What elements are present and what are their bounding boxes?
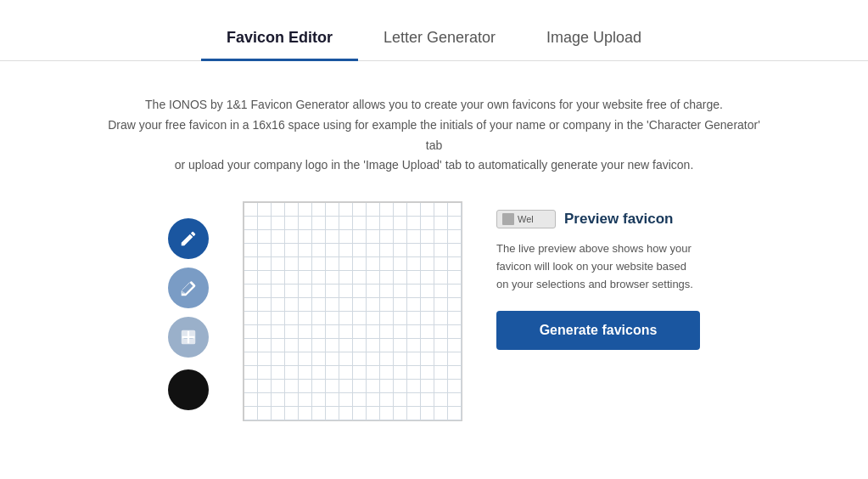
- pixel-cell[interactable]: [244, 352, 258, 366]
- pixel-cell[interactable]: [434, 203, 448, 217]
- pixel-cell[interactable]: [258, 339, 272, 352]
- pixel-cell[interactable]: [380, 393, 394, 407]
- pixel-cell[interactable]: [448, 257, 462, 271]
- pixel-cell[interactable]: [244, 285, 258, 298]
- pixel-cell[interactable]: [339, 271, 353, 285]
- pixel-cell[interactable]: [258, 285, 272, 298]
- pixel-cell[interactable]: [312, 257, 326, 271]
- pixel-cell[interactable]: [272, 203, 285, 217]
- pixel-cell[interactable]: [244, 217, 258, 230]
- pixel-cell[interactable]: [258, 352, 272, 366]
- pixel-cell[interactable]: [285, 257, 299, 271]
- pixel-cell[interactable]: [380, 271, 394, 285]
- pixel-cell[interactable]: [367, 339, 380, 352]
- pixel-cell[interactable]: [285, 407, 299, 420]
- pixel-cell[interactable]: [421, 244, 434, 257]
- color-picker-button[interactable]: [168, 369, 209, 410]
- pixel-cell[interactable]: [326, 298, 339, 312]
- pixel-cell[interactable]: [272, 393, 285, 407]
- pixel-cell[interactable]: [326, 217, 339, 230]
- pixel-cell[interactable]: [299, 339, 312, 352]
- pixel-cell[interactable]: [258, 298, 272, 312]
- pixel-cell[interactable]: [367, 380, 380, 393]
- pixel-cell[interactable]: [367, 217, 380, 230]
- pixel-cell[interactable]: [380, 217, 394, 230]
- pixel-cell[interactable]: [421, 203, 434, 217]
- pixel-cell[interactable]: [244, 271, 258, 285]
- pixel-cell[interactable]: [407, 393, 421, 407]
- pixel-cell[interactable]: [353, 312, 367, 325]
- pixel-cell[interactable]: [434, 380, 448, 393]
- line-tool-button[interactable]: [168, 317, 209, 358]
- pixel-cell[interactable]: [244, 203, 258, 217]
- pixel-cell[interactable]: [258, 257, 272, 271]
- pixel-cell[interactable]: [448, 407, 462, 420]
- pixel-cell[interactable]: [380, 339, 394, 352]
- pixel-cell[interactable]: [339, 352, 353, 366]
- pixel-cell[interactable]: [380, 380, 394, 393]
- pixel-cell[interactable]: [448, 393, 462, 407]
- pixel-cell[interactable]: [312, 203, 326, 217]
- pixel-cell[interactable]: [312, 285, 326, 298]
- pixel-cell[interactable]: [258, 271, 272, 285]
- pixel-cell[interactable]: [272, 271, 285, 285]
- pixel-cell[interactable]: [394, 257, 407, 271]
- pixel-cell[interactable]: [380, 352, 394, 366]
- pixel-cell[interactable]: [394, 352, 407, 366]
- pixel-cell[interactable]: [326, 366, 339, 380]
- pixel-cell[interactable]: [394, 407, 407, 420]
- pixel-cell[interactable]: [394, 244, 407, 257]
- pixel-cell[interactable]: [421, 298, 434, 312]
- pixel-cell[interactable]: [353, 352, 367, 366]
- pixel-cell[interactable]: [326, 271, 339, 285]
- pixel-cell[interactable]: [312, 244, 326, 257]
- pixel-cell[interactable]: [258, 244, 272, 257]
- pixel-cell[interactable]: [339, 339, 353, 352]
- pixel-cell[interactable]: [258, 312, 272, 325]
- pixel-cell[interactable]: [407, 380, 421, 393]
- pixel-cell[interactable]: [299, 230, 312, 244]
- pixel-cell[interactable]: [285, 298, 299, 312]
- pixel-cell[interactable]: [244, 230, 258, 244]
- pixel-cell[interactable]: [312, 407, 326, 420]
- pixel-cell[interactable]: [272, 380, 285, 393]
- pixel-cell[interactable]: [394, 217, 407, 230]
- pixel-cell[interactable]: [285, 352, 299, 366]
- pixel-cell[interactable]: [448, 285, 462, 298]
- pixel-cell[interactable]: [353, 217, 367, 230]
- pixel-cell[interactable]: [339, 230, 353, 244]
- pixel-cell[interactable]: [353, 244, 367, 257]
- pixel-cell[interactable]: [299, 203, 312, 217]
- pixel-cell[interactable]: [272, 352, 285, 366]
- pixel-cell[interactable]: [299, 298, 312, 312]
- pixel-cell[interactable]: [407, 352, 421, 366]
- pixel-cell[interactable]: [299, 271, 312, 285]
- tab-letter-generator[interactable]: Letter Generator: [358, 17, 521, 61]
- pixel-cell[interactable]: [448, 298, 462, 312]
- pixel-cell[interactable]: [367, 312, 380, 325]
- pencil-tool-button[interactable]: [168, 218, 209, 259]
- pixel-cell[interactable]: [448, 380, 462, 393]
- pixel-cell[interactable]: [285, 203, 299, 217]
- pixel-cell[interactable]: [394, 285, 407, 298]
- pixel-cell[interactable]: [299, 257, 312, 271]
- pixel-cell[interactable]: [285, 217, 299, 230]
- pixel-cell[interactable]: [421, 352, 434, 366]
- pixel-cell[interactable]: [258, 366, 272, 380]
- pixel-cell[interactable]: [407, 230, 421, 244]
- pixel-cell[interactable]: [353, 339, 367, 352]
- pixel-cell[interactable]: [367, 393, 380, 407]
- pixel-cell[interactable]: [394, 325, 407, 339]
- tab-image-upload[interactable]: Image Upload: [521, 17, 667, 61]
- pixel-cell[interactable]: [353, 271, 367, 285]
- pixel-cell[interactable]: [380, 257, 394, 271]
- pixel-cell[interactable]: [326, 407, 339, 420]
- pixel-cell[interactable]: [394, 312, 407, 325]
- pixel-cell[interactable]: [421, 366, 434, 380]
- pixel-cell[interactable]: [299, 393, 312, 407]
- pixel-cell[interactable]: [434, 244, 448, 257]
- pixel-cell[interactable]: [339, 285, 353, 298]
- pixel-cell[interactable]: [312, 352, 326, 366]
- pixel-cell[interactable]: [285, 244, 299, 257]
- eraser-tool-button[interactable]: [168, 268, 209, 308]
